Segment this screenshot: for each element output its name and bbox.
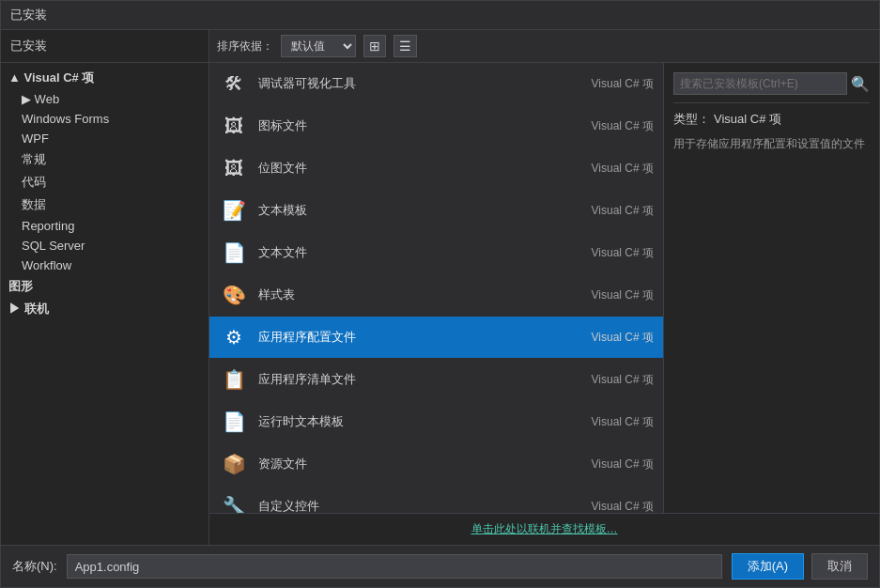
tree: ▲ Visual C# 项▶ WebWindows FormsWPF常规代码数据… xyxy=(1,63,208,545)
template-category: Visual C# 项 xyxy=(592,76,654,92)
template-name: 自定义控件 xyxy=(258,498,582,513)
template-category: Visual C# 项 xyxy=(592,203,654,219)
template-item[interactable]: 🖼图标文件Visual C# 项 xyxy=(209,105,663,147)
sort-label: 排序依据： xyxy=(217,39,273,54)
template-item[interactable]: ⚙应用程序配置文件Visual C# 项 xyxy=(209,317,663,359)
add-button[interactable]: 添加(A) xyxy=(732,553,804,580)
description: 用于存储应用程序配置和设置值的文件 xyxy=(673,135,870,152)
content-area: 已安装 ▲ Visual C# 项▶ WebWindows FormsWPF常规… xyxy=(1,30,879,545)
template-item[interactable]: 📝文本模板Visual C# 项 xyxy=(209,190,663,232)
type-label: 类型： xyxy=(673,111,710,128)
stylesheet-icon: 🎨 xyxy=(219,280,249,310)
text-template-icon: 📝 xyxy=(219,195,249,225)
title-label: 已安装 xyxy=(10,7,47,23)
app-manifest-icon: 📋 xyxy=(219,364,249,395)
resource-icon: 📦 xyxy=(219,449,249,479)
right-panel: 🔍 类型： Visual C# 项 用于存储应用程序配置和设置值的文件 xyxy=(663,63,879,513)
template-item[interactable]: 🎨样式表Visual C# 项 xyxy=(209,274,663,317)
tree-item[interactable]: 常规 xyxy=(1,148,208,171)
list-view-button[interactable]: ☰ xyxy=(394,35,417,57)
filename-input[interactable] xyxy=(67,554,722,579)
grid-view-button[interactable]: ⊞ xyxy=(363,35,386,57)
template-category: Visual C# 项 xyxy=(592,372,654,388)
template-item[interactable]: 📄运行时文本模板Visual C# 项 xyxy=(209,401,663,443)
template-list: 🛠调试器可视化工具Visual C# 项🖼图标文件Visual C# 项🖼位图文… xyxy=(209,63,663,513)
template-category: Visual C# 项 xyxy=(592,245,654,261)
search-area: 🔍 xyxy=(673,72,870,103)
left-panel: 已安装 ▲ Visual C# 项▶ WebWindows FormsWPF常规… xyxy=(1,30,209,545)
title-bar: 已安装 xyxy=(1,1,879,30)
bitmap-icon: 🖼 xyxy=(219,153,249,183)
bottom-link-area: 单击此处以联机并查找模板… xyxy=(209,513,879,545)
template-item[interactable]: 📄文本文件Visual C# 项 xyxy=(209,232,663,274)
template-name: 资源文件 xyxy=(258,456,582,472)
tree-item[interactable]: 数据 xyxy=(1,193,208,216)
text-file-icon: 📄 xyxy=(219,238,249,268)
tree-item[interactable]: Windows Forms xyxy=(1,109,208,129)
template-category: Visual C# 项 xyxy=(592,330,654,346)
search-button[interactable]: 🔍 xyxy=(851,75,870,93)
sort-select[interactable]: 默认值名称类型 xyxy=(281,35,356,57)
tree-item[interactable]: Workflow xyxy=(1,255,208,275)
template-name: 文本文件 xyxy=(258,244,582,261)
bottom-link[interactable]: 单击此处以联机并查找模板… xyxy=(471,522,618,535)
template-item[interactable]: 📋应用程序清单文件Visual C# 项 xyxy=(209,359,663,401)
template-item[interactable]: 🔧自定义控件Visual C# 项 xyxy=(209,486,663,513)
icon-icon: 🖼 xyxy=(219,111,249,141)
tree-item[interactable]: SQL Server xyxy=(1,236,208,255)
template-name: 应用程序清单文件 xyxy=(258,371,582,388)
tree-item[interactable]: ▶ Web xyxy=(1,89,208,109)
type-value: Visual C# 项 xyxy=(714,111,781,128)
template-category: Visual C# 项 xyxy=(592,456,654,472)
template-name: 样式表 xyxy=(258,286,582,303)
template-name: 文本模板 xyxy=(258,202,582,219)
template-name: 调试器可视化工具 xyxy=(258,75,582,92)
dialog: 已安装 已安装 ▲ Visual C# 项▶ WebWindows FormsW… xyxy=(0,0,880,588)
template-name: 图标文件 xyxy=(258,117,582,134)
tree-item[interactable]: WPF xyxy=(1,129,208,148)
app-config-icon: ⚙ xyxy=(219,322,249,352)
tree-item[interactable]: 图形 xyxy=(1,275,208,298)
runtime-template-icon: 📄 xyxy=(219,407,249,437)
template-name: 运行时文本模板 xyxy=(258,413,582,430)
template-category: Visual C# 项 xyxy=(592,161,654,177)
left-panel-header: 已安装 xyxy=(1,30,208,63)
debugger-icon: 🛠 xyxy=(219,69,249,99)
middle-toolbar: 排序依据： 默认值名称类型 ⊞ ☰ xyxy=(209,30,879,63)
tree-item[interactable]: Reporting xyxy=(1,216,208,236)
cancel-button[interactable]: 取消 xyxy=(811,553,868,580)
tree-item[interactable]: ▲ Visual C# 项 xyxy=(1,67,208,89)
template-category: Visual C# 项 xyxy=(592,118,654,134)
template-category: Visual C# 项 xyxy=(592,287,654,303)
template-item[interactable]: 🖼位图文件Visual C# 项 xyxy=(209,147,663,190)
template-category: Visual C# 项 xyxy=(592,414,654,430)
template-name: 位图文件 xyxy=(258,160,582,177)
footer-name-label: 名称(N): xyxy=(12,558,57,575)
template-item[interactable]: 🛠调试器可视化工具Visual C# 项 xyxy=(209,63,663,105)
middle-content: 🛠调试器可视化工具Visual C# 项🖼图标文件Visual C# 项🖼位图文… xyxy=(209,63,879,513)
tree-item[interactable]: 代码 xyxy=(1,171,208,193)
template-item[interactable]: 📦资源文件Visual C# 项 xyxy=(209,443,663,486)
footer: 名称(N): 添加(A) 取消 xyxy=(1,545,879,587)
template-name: 应用程序配置文件 xyxy=(258,329,582,346)
tree-item[interactable]: ▶ 联机 xyxy=(1,298,208,320)
search-input[interactable] xyxy=(673,72,847,95)
custom-control-icon: 🔧 xyxy=(219,491,249,513)
template-category: Visual C# 项 xyxy=(592,499,654,514)
footer-buttons: 添加(A) 取消 xyxy=(732,553,868,580)
